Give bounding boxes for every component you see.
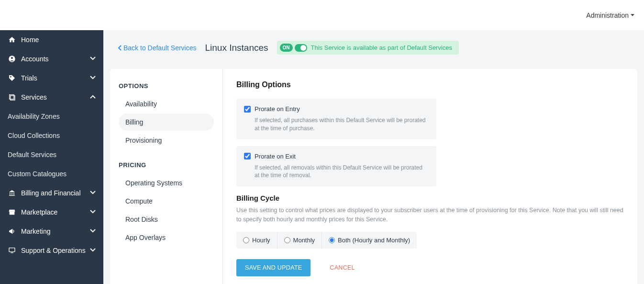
pricing-section: PRICING Operating Systems Compute Root D…: [119, 161, 214, 246]
sidebar-item-trials[interactable]: Trials: [0, 68, 103, 88]
sidebar-item-cloud-collections[interactable]: Cloud Collections: [0, 126, 103, 145]
sidebar-label: Services: [21, 93, 47, 101]
sidebar-label: Trials: [21, 74, 37, 82]
sidebar-label: Marketplace: [21, 208, 57, 216]
sidebar-item-accounts[interactable]: Accounts: [0, 49, 103, 68]
svg-point-1: [11, 57, 13, 59]
store-icon: [8, 208, 16, 216]
option-provisioning[interactable]: Provisioning: [119, 132, 214, 149]
prorate-exit-box: Prorate on Exit If selected, all removal…: [236, 146, 436, 187]
form-title: Billing Options: [236, 80, 624, 89]
radio-both-input[interactable]: [329, 237, 335, 243]
prorate-exit-label: Prorate on Exit: [255, 153, 296, 160]
content-area: Back to Default Services Linux Instances…: [103, 30, 644, 284]
prorate-exit-checkbox[interactable]: [244, 153, 251, 159]
top-bar: Administration: [0, 0, 644, 30]
user-circle-icon: [8, 55, 16, 63]
option-billing[interactable]: Billing: [119, 114, 214, 131]
radio-monthly[interactable]: Monthly: [278, 232, 322, 249]
sidebar-label: Marketing: [21, 227, 50, 235]
megaphone-icon: [8, 227, 16, 235]
sidebar-item-marketing[interactable]: Marketing: [0, 222, 103, 241]
sidebar-item-custom-catalogues[interactable]: Custom Catalogues: [0, 164, 103, 183]
billing-cycle-radio-group: Hourly Monthly Both (Hourly and Monthly): [236, 232, 417, 249]
toggle-track: [295, 44, 307, 52]
prorate-entry-checkbox[interactable]: [244, 106, 251, 113]
sidebar-label: Support & Operations: [21, 247, 86, 254]
radio-monthly-label: Monthly: [293, 237, 315, 244]
option-compute[interactable]: Compute: [119, 193, 214, 210]
tag-icon: [8, 74, 16, 82]
service-available-pill: ON This Service is available as part of …: [277, 41, 459, 55]
billing-cycle-title: Billing Cycle: [236, 194, 624, 202]
settings-card: OPTIONS Availability Billing Provisionin…: [110, 69, 637, 284]
sidebar-item-support-operations[interactable]: Support & Operations: [0, 241, 103, 260]
toggle-description: This Service is available as part of Def…: [311, 44, 453, 51]
chevron-left-icon: [118, 45, 122, 51]
chevron-down-icon: [90, 208, 96, 216]
section-title-pricing: PRICING: [119, 161, 214, 169]
chevron-down-icon: [90, 74, 96, 82]
chevron-down-icon: [90, 189, 96, 197]
svg-rect-11: [11, 252, 13, 253]
prorate-entry-description: If selected, all purchases within this D…: [255, 116, 429, 133]
layers-icon: [8, 93, 16, 101]
sidebar-item-availability-zones[interactable]: Availability Zones: [0, 107, 103, 126]
administration-dropdown[interactable]: Administration: [586, 11, 634, 19]
options-section: OPTIONS Availability Billing Provisionin…: [119, 82, 214, 149]
main-sidebar: Home Accounts Trials Services Availabili…: [0, 30, 103, 284]
sidebar-item-home[interactable]: Home: [0, 30, 103, 49]
svg-rect-5: [10, 193, 10, 195]
cancel-button[interactable]: CANCEL: [330, 264, 355, 271]
home-icon: [8, 36, 16, 44]
section-title-options: OPTIONS: [119, 82, 214, 90]
svg-rect-6: [11, 193, 12, 195]
back-link-label: Back to Default Services: [123, 44, 197, 52]
sidebar-item-default-services[interactable]: Default Services: [0, 145, 103, 164]
sidebar-label: Billing and Financial: [21, 189, 81, 197]
svg-rect-7: [13, 193, 14, 195]
options-sidebar: OPTIONS Availability Billing Provisionin…: [110, 69, 223, 284]
radio-both[interactable]: Both (Hourly and Monthly): [322, 232, 417, 249]
main-layout: Home Accounts Trials Services Availabili…: [0, 30, 644, 284]
radio-both-label: Both (Hourly and Monthly): [338, 237, 410, 244]
administration-label: Administration: [586, 11, 629, 19]
option-app-overlays[interactable]: App Overlays: [119, 229, 214, 246]
chevron-down-icon: [90, 227, 96, 235]
sidebar-item-services[interactable]: Services: [0, 88, 103, 107]
billing-cycle-description: Use this setting to control what prices …: [236, 206, 624, 224]
service-toggle[interactable]: ON: [280, 44, 307, 52]
save-and-update-button[interactable]: SAVE AND UPDATE: [236, 259, 311, 276]
prorate-entry-box: Prorate on Entry If selected, all purcha…: [236, 99, 436, 139]
radio-hourly-input[interactable]: [243, 237, 249, 243]
chevron-up-icon: [90, 93, 96, 101]
sidebar-item-marketplace[interactable]: Marketplace: [0, 203, 103, 222]
form-body: Billing Options Prorate on Entry If sele…: [223, 69, 637, 284]
svg-rect-10: [9, 248, 15, 252]
radio-hourly-label: Hourly: [252, 237, 270, 244]
back-link[interactable]: Back to Default Services: [118, 44, 197, 52]
toggle-on-label: ON: [280, 44, 293, 52]
caret-down-icon: [631, 13, 634, 17]
sidebar-label: Accounts: [21, 55, 49, 63]
radio-hourly[interactable]: Hourly: [236, 232, 278, 249]
toggle-knob: [300, 45, 306, 51]
bank-icon: [8, 189, 16, 197]
prorate-exit-description: If selected, all removals within this De…: [255, 164, 429, 180]
content-header: Back to Default Services Linux Instances…: [103, 30, 644, 69]
page-title: Linux Instances: [205, 43, 268, 53]
svg-rect-8: [9, 195, 15, 196]
prorate-entry-label: Prorate on Entry: [255, 105, 300, 113]
svg-point-2: [10, 76, 11, 78]
form-actions: SAVE AND UPDATE CANCEL: [236, 259, 624, 276]
chevron-down-icon: [90, 247, 96, 254]
option-availability[interactable]: Availability: [119, 95, 214, 113]
monitor-icon: [8, 247, 16, 254]
sidebar-item-billing-financial[interactable]: Billing and Financial: [0, 183, 103, 203]
svg-rect-9: [10, 212, 15, 215]
option-operating-systems[interactable]: Operating Systems: [119, 174, 214, 192]
radio-monthly-input[interactable]: [284, 237, 290, 243]
option-root-disks[interactable]: Root Disks: [119, 211, 214, 228]
chevron-down-icon: [90, 55, 96, 63]
sidebar-label: Home: [21, 36, 39, 44]
